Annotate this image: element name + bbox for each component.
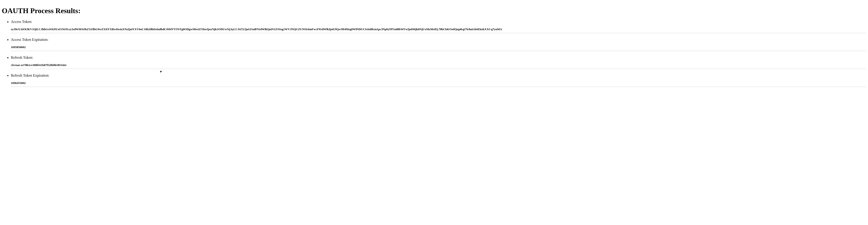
refresh-token-label: Refresh Token: — [11, 55, 33, 60]
list-item: Refresh Token: clvroar-a178b1ce308f411b8… — [11, 55, 866, 69]
page-title: OAUTH Process Results: — [2, 7, 866, 15]
refresh-token-value: clvroar-a178b1ce308f411b87f32f60b585342e — [11, 63, 866, 67]
access-token-expiration-value: 1695850602 — [11, 45, 866, 49]
results-list: Access Token: eyJ0eXAiOiJKV1QiLCJhbGciOi… — [2, 20, 866, 87]
refresh-token-expiration-value: 1696453602 — [11, 81, 866, 85]
list-item: Access Token: eyJ0eXAiOiJKV1QiLCJhbGciOi… — [11, 20, 866, 33]
refresh-token-expiration-label: Refresh Token Expiration: — [11, 74, 49, 77]
list-item: Access Token Expiration: 1695850602 — [11, 38, 866, 51]
list-item: Refresh Token Expiration: 1696453602 — [11, 74, 866, 87]
divider — [11, 69, 866, 69]
access-token-label: Access Token: — [11, 20, 32, 24]
divider — [11, 51, 866, 51]
access-token-value: eyJ0eXAiOiJKV1QiLCJhbGciOiJIUzI1NiJ9.eyJ… — [11, 28, 866, 31]
access-token-expiration-label: Access Token Expiration: — [11, 38, 49, 41]
